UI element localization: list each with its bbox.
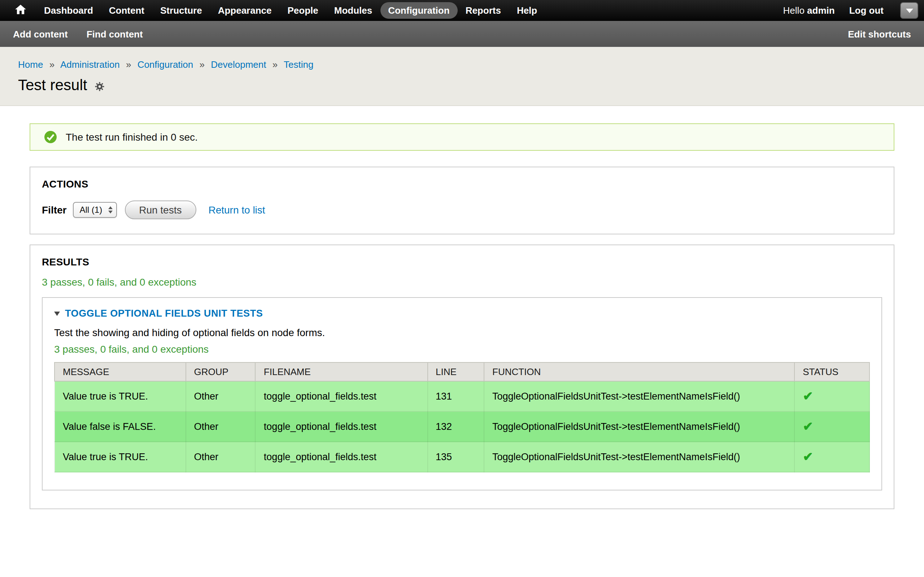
drupal-admin-page: Dashboard Content Structure Appearance P… xyxy=(0,0,924,577)
cell-function: ToggleOptionalFieldsUnitTest->testElemen… xyxy=(484,411,795,442)
status-message: The test run finished in 0 sec. xyxy=(30,123,894,151)
shortcuts-bar: Add content Find content Edit shortcuts xyxy=(0,21,924,47)
cell-filename: toggle_optional_fields.test xyxy=(255,411,427,442)
cell-function: ToggleOptionalFieldsUnitTest->testElemen… xyxy=(484,381,795,411)
select-stepper-icon xyxy=(108,206,112,213)
cell-filename: toggle_optional_fields.test xyxy=(255,381,427,411)
table-header-row: MESSAGE GROUP FILENAME LINE FUNCTION STA… xyxy=(55,363,869,381)
toolbar-item-help[interactable]: Help xyxy=(509,2,545,19)
toolbar-menu: Dashboard Content Structure Appearance P… xyxy=(36,2,545,19)
header-function: FUNCTION xyxy=(484,363,795,381)
logout-link[interactable]: Log out xyxy=(849,5,884,16)
pass-check-icon: ✔ xyxy=(803,420,813,434)
admin-toolbar: Dashboard Content Structure Appearance P… xyxy=(0,0,924,21)
test-results-table: MESSAGE GROUP FILENAME LINE FUNCTION STA… xyxy=(54,362,870,472)
pass-check-icon: ✔ xyxy=(803,450,813,464)
home-icon-button[interactable] xyxy=(7,0,33,21)
actions-panel: ACTIONS Filter All (1) Run tests Return … xyxy=(30,167,894,234)
status-message-text: The test run finished in 0 sec. xyxy=(66,131,198,143)
username: admin xyxy=(807,5,835,16)
toolbar-item-content[interactable]: Content xyxy=(101,2,152,19)
results-panel: RESULTS 3 passes, 0 fails, and 0 excepti… xyxy=(30,245,894,509)
filter-select[interactable]: All (1) xyxy=(73,202,116,218)
shortcut-add-content[interactable]: Add content xyxy=(13,29,68,39)
greeting-prefix: Hello xyxy=(783,5,804,16)
cell-group: Other xyxy=(186,381,255,411)
cell-group: Other xyxy=(186,442,255,472)
breadcrumb-separator: » xyxy=(126,59,131,70)
toolbar-item-people[interactable]: People xyxy=(279,2,326,19)
toolbar-item-structure[interactable]: Structure xyxy=(152,2,210,19)
cell-message: Value true is TRUE. xyxy=(55,442,186,472)
status-check-icon xyxy=(44,131,57,143)
cell-function: ToggleOptionalFieldsUnitTest->testElemen… xyxy=(484,442,795,472)
cell-group: Other xyxy=(186,411,255,442)
cell-line: 132 xyxy=(427,411,484,442)
gear-icon[interactable] xyxy=(94,82,104,92)
table-row: Value true is TRUE. Other toggle_optiona… xyxy=(55,442,869,472)
toolbar-item-reports[interactable]: Reports xyxy=(458,2,509,19)
toolbar-item-dashboard[interactable]: Dashboard xyxy=(36,2,101,19)
cell-message: Value true is TRUE. xyxy=(55,381,186,411)
test-group-legend[interactable]: TOGGLE OPTIONAL FIELDS UNIT TESTS xyxy=(54,308,870,319)
page-header: Home » Administration » Configuration » … xyxy=(0,47,924,106)
chevron-down-icon xyxy=(906,8,913,13)
shortcut-find-content[interactable]: Find content xyxy=(87,29,143,39)
breadcrumb-link-home[interactable]: Home xyxy=(18,59,43,70)
header-filename: FILENAME xyxy=(255,363,427,381)
toolbar-toggle-button[interactable] xyxy=(900,2,918,19)
results-legend: RESULTS xyxy=(42,256,882,268)
breadcrumb-link-administration[interactable]: Administration xyxy=(60,59,120,70)
toolbar-item-modules[interactable]: Modules xyxy=(326,2,380,19)
return-to-list-link[interactable]: Return to list xyxy=(208,204,265,216)
test-group-fieldset: TOGGLE OPTIONAL FIELDS UNIT TESTS Test t… xyxy=(42,297,882,490)
header-status: STATUS xyxy=(795,363,869,381)
toolbar-user-area: Hello admin Log out xyxy=(783,5,884,16)
breadcrumb-link-testing[interactable]: Testing xyxy=(284,59,313,70)
table-row: Value true is TRUE. Other toggle_optiona… xyxy=(55,381,869,411)
filter-label: Filter xyxy=(42,204,66,216)
actions-legend: ACTIONS xyxy=(42,178,882,190)
breadcrumb-separator: » xyxy=(200,59,205,70)
home-icon xyxy=(15,4,26,17)
collapse-arrow-icon xyxy=(54,311,60,316)
cell-status: ✔ xyxy=(795,411,869,442)
page-title: Test result xyxy=(18,76,87,94)
test-group-description: Test the showing and hiding of optional … xyxy=(54,327,870,338)
cell-filename: toggle_optional_fields.test xyxy=(255,442,427,472)
breadcrumb: Home » Administration » Configuration » … xyxy=(18,59,906,70)
main-content: The test run finished in 0 sec. ACTIONS … xyxy=(0,106,924,538)
table-row: Value false is FALSE. Other toggle_optio… xyxy=(55,411,869,442)
breadcrumb-separator: » xyxy=(273,59,278,70)
edit-shortcuts-link[interactable]: Edit shortcuts xyxy=(848,29,911,39)
cell-status: ✔ xyxy=(795,442,869,472)
breadcrumb-separator: » xyxy=(50,59,55,70)
cell-status: ✔ xyxy=(795,381,869,411)
breadcrumb-link-configuration[interactable]: Configuration xyxy=(137,59,194,70)
pass-check-icon: ✔ xyxy=(803,390,813,403)
header-line: LINE xyxy=(427,363,484,381)
filter-select-value: All (1) xyxy=(79,205,102,215)
test-group-summary: 3 passes, 0 fails, and 0 exceptions xyxy=(54,343,870,355)
cell-line: 135 xyxy=(427,442,484,472)
toolbar-item-configuration[interactable]: Configuration xyxy=(380,2,457,19)
header-message: MESSAGE xyxy=(55,363,186,381)
header-group: GROUP xyxy=(186,363,255,381)
run-tests-button[interactable]: Run tests xyxy=(124,200,196,219)
cell-line: 131 xyxy=(427,381,484,411)
cell-message: Value false is FALSE. xyxy=(55,411,186,442)
greeting-text: Hello admin xyxy=(783,5,835,16)
test-group-title: TOGGLE OPTIONAL FIELDS UNIT TESTS xyxy=(65,308,263,319)
breadcrumb-link-development[interactable]: Development xyxy=(211,59,266,70)
toolbar-item-appearance[interactable]: Appearance xyxy=(210,2,280,19)
results-summary: 3 passes, 0 fails, and 0 exceptions xyxy=(42,276,882,288)
